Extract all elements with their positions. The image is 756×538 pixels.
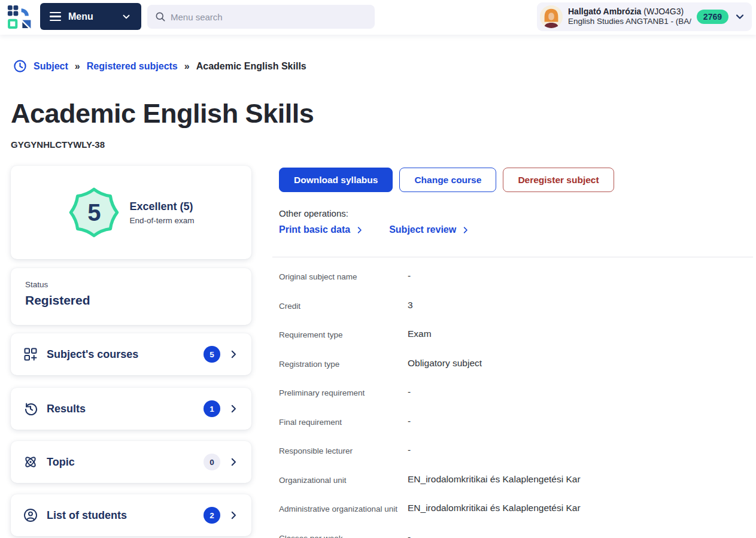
breadcrumb: Subject » Registered subjects » Academic… xyxy=(13,59,306,73)
status-card: Status Registered xyxy=(11,268,251,325)
action-buttons: Download syllabus Change course Deregist… xyxy=(279,168,614,192)
detail-label: Original subject name xyxy=(279,270,408,282)
print-basic-data-link[interactable]: Print basic data xyxy=(279,224,364,235)
notification-count-badge: 2769 xyxy=(697,10,728,24)
grade-card: 5 Excellent (5) End-of-term exam xyxy=(11,166,251,259)
sidebar-item-label: Results xyxy=(47,403,86,415)
detail-row: Responsible lecturer - xyxy=(279,445,753,457)
detail-value: - xyxy=(408,532,753,538)
neptun-logo-icon xyxy=(7,5,32,30)
menu-button[interactable]: Menu xyxy=(40,3,141,30)
detail-label: Requirement type xyxy=(279,329,408,341)
grade-text: Excellent (5) End-of-term exam xyxy=(129,200,194,225)
grade-sublabel: End-of-term exam xyxy=(129,216,194,225)
atom-icon xyxy=(23,455,38,469)
count-badge: 5 xyxy=(204,346,220,363)
status-badge: Registered xyxy=(25,293,237,308)
user-info: Hallgató Ambrózia (WJO4G3) English Studi… xyxy=(568,7,691,27)
detail-row: Administrative organizational unit EN_ir… xyxy=(279,503,753,515)
page-title: Academic English Skills xyxy=(11,98,314,129)
user-menu[interactable]: Hallgató Ambrózia (WJO4G3) English Studi… xyxy=(537,2,752,31)
link-label: Subject review xyxy=(389,224,456,235)
sidebar-item-label: Topic xyxy=(47,456,75,469)
sidebar-item-topic[interactable]: Topic 0 xyxy=(11,441,251,483)
detail-value: Obligatory subject xyxy=(408,358,753,370)
count-badge: 0 xyxy=(204,454,220,470)
sidebar-item-label: Subject's courses xyxy=(47,348,138,361)
detail-value: - xyxy=(408,270,753,282)
detail-label: Organizational unit xyxy=(279,474,408,486)
chevron-right-icon xyxy=(228,349,239,360)
status-label: Status xyxy=(25,280,237,289)
detail-label: Credit xyxy=(279,300,408,312)
subject-code: GYGYNHLCTYWLY-38 xyxy=(11,139,105,150)
breadcrumb-registered-subjects[interactable]: Registered subjects xyxy=(87,61,178,72)
other-operations-label: Other operations: xyxy=(279,208,348,218)
user-program: English Studies ANGTANB1 - (BA/BS... xyxy=(568,17,691,27)
sidebar-item-subjects-courses[interactable]: Subject's courses 5 xyxy=(11,333,251,375)
detail-row: Preliminary requirement - xyxy=(279,387,753,399)
avatar xyxy=(540,5,563,28)
detail-label: Responsible lecturer xyxy=(279,445,408,457)
detail-row: Requirement type Exam xyxy=(279,329,753,341)
menu-search[interactable] xyxy=(147,5,375,29)
detail-label: Administrative organizational unit xyxy=(279,503,408,515)
section-divider xyxy=(272,257,753,257)
detail-row: Original subject name - xyxy=(279,270,753,282)
detail-row: Classes per week - xyxy=(279,532,753,538)
chevron-right-icon xyxy=(461,226,470,235)
person-circle-icon xyxy=(23,508,38,522)
sidebar-item-label: List of students xyxy=(47,509,127,522)
sidebar-item-list-of-students[interactable]: List of students 2 xyxy=(11,494,251,536)
chevron-right-icon xyxy=(228,403,239,414)
download-syllabus-button[interactable]: Download syllabus xyxy=(279,168,393,192)
detail-row: Final requirement - xyxy=(279,416,753,428)
detail-value: - xyxy=(408,445,753,457)
hamburger-icon xyxy=(50,12,61,21)
detail-row: Credit 3 xyxy=(279,300,753,312)
operation-links: Print basic data Subject review xyxy=(279,224,470,235)
detail-value: EN_irodalomkritikai és Kalaplengetési Ka… xyxy=(408,474,753,486)
top-bar: Menu Hallgató Ambrózia (WJO4G3) English … xyxy=(0,0,756,35)
user-name: Hallgató Ambrózia xyxy=(568,7,641,16)
chevron-right-icon xyxy=(355,226,364,235)
history-icon xyxy=(23,402,38,416)
detail-value: 3 xyxy=(408,300,753,312)
detail-value: - xyxy=(408,387,753,399)
link-label: Print basic data xyxy=(279,224,350,235)
user-code: (WJO4G3) xyxy=(643,7,684,16)
sidebar: 5 Excellent (5) End-of-term exam Status … xyxy=(11,166,251,536)
grade-label: Excellent (5) xyxy=(129,200,194,213)
grade-value: 5 xyxy=(68,186,120,239)
count-badge: 2 xyxy=(204,507,220,524)
detail-label: Classes per week xyxy=(279,532,408,538)
breadcrumb-separator: » xyxy=(184,61,190,72)
clock-icon xyxy=(13,59,27,73)
subject-details: Original subject name - Credit 3 Require… xyxy=(279,270,753,538)
chevron-down-icon xyxy=(734,11,746,23)
grade-seal: 5 xyxy=(68,186,120,239)
search-input[interactable] xyxy=(171,12,368,22)
menu-button-label: Menu xyxy=(68,11,93,22)
breadcrumb-separator: » xyxy=(75,61,80,72)
grid-plus-icon xyxy=(23,347,38,361)
chevron-right-icon xyxy=(228,457,239,467)
detail-label: Registration type xyxy=(279,358,408,370)
detail-value: EN_irodalomkritikai és Kalaplengetési Ka… xyxy=(408,503,753,515)
deregister-subject-button[interactable]: Deregister subject xyxy=(503,168,614,192)
breadcrumb-current: Academic English Skills xyxy=(196,61,306,72)
sidebar-item-results[interactable]: Results 1 xyxy=(11,388,251,430)
chevron-down-icon xyxy=(121,11,132,22)
subject-review-link[interactable]: Subject review xyxy=(389,224,470,235)
detail-row: Organizational unit EN_irodalomkritikai … xyxy=(279,474,753,486)
detail-label: Final requirement xyxy=(279,416,408,428)
detail-row: Registration type Obligatory subject xyxy=(279,358,753,370)
search-icon xyxy=(154,11,166,23)
detail-label: Preliminary requirement xyxy=(279,387,408,399)
detail-value: Exam xyxy=(408,329,753,341)
chevron-right-icon xyxy=(228,510,239,521)
count-badge: 1 xyxy=(204,400,220,417)
detail-value: - xyxy=(408,416,753,428)
breadcrumb-subject[interactable]: Subject xyxy=(34,61,68,72)
change-course-button[interactable]: Change course xyxy=(399,168,496,192)
